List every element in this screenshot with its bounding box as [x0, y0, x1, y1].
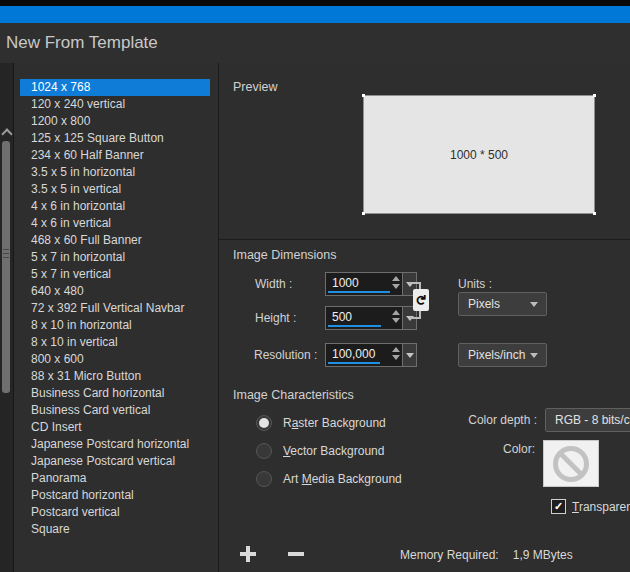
radio-icon: [256, 415, 272, 431]
list-item[interactable]: Business Card horizontal: [20, 385, 210, 402]
list-item[interactable]: 8 x 10 in vertical: [20, 334, 210, 351]
template-list: 1024 x 768120 x 240 vertical1200 x 80012…: [20, 79, 210, 538]
height-input[interactable]: 500: [325, 306, 403, 330]
memory-required: Memory Required:1,9 MBytes: [400, 548, 573, 562]
scrollbar-grip: [3, 253, 9, 254]
remove-template-button[interactable]: [288, 552, 304, 556]
preview-corner-handle: [362, 94, 365, 97]
resolution-label: Resolution :: [254, 348, 317, 362]
list-item[interactable]: 72 x 392 Full Vertical Navbar: [20, 300, 210, 317]
list-item[interactable]: 468 x 60 Full Banner: [20, 232, 210, 249]
dialog-title: New From Template: [6, 23, 158, 63]
preview-size-text: 1000 * 500: [364, 96, 594, 213]
raster-background-label: Raster Background: [283, 416, 386, 430]
chevron-down-icon: [406, 353, 414, 358]
preview-corner-handle: [362, 212, 365, 215]
section-divider: [219, 239, 630, 240]
window-accent-bar: [0, 6, 630, 23]
art-media-background-label: Art Media Background: [283, 472, 402, 486]
units-select[interactable]: Pixels: [458, 292, 547, 316]
list-item[interactable]: Square: [20, 521, 210, 538]
image-dimensions-header: Image Dimensions: [233, 248, 337, 262]
width-input[interactable]: 1000: [325, 272, 403, 296]
list-item[interactable]: 5 x 7 in horizontal: [20, 249, 210, 266]
list-item[interactable]: 120 x 240 vertical: [20, 96, 210, 113]
resolution-spinner: 100,000: [325, 343, 417, 367]
link-bracket: [409, 317, 421, 319]
scrollbar-grip: [3, 249, 9, 250]
memory-required-label: Memory Required:: [400, 548, 499, 562]
scrollbar-thumb[interactable]: [2, 141, 10, 393]
image-characteristics-header: Image Characteristics: [233, 388, 354, 402]
list-item[interactable]: 4 x 6 in vertical: [20, 215, 210, 232]
list-item[interactable]: Japanese Postcard horizontal: [20, 436, 210, 453]
height-increment-icon[interactable]: [392, 310, 400, 315]
list-item[interactable]: Postcard horizontal: [20, 487, 210, 504]
width-underline: [328, 291, 390, 293]
raster-background-radio[interactable]: Raster Background: [256, 415, 386, 431]
list-item[interactable]: 800 x 600: [20, 351, 210, 368]
scrollbar-grip: [3, 257, 9, 258]
width-value: 1000: [332, 276, 359, 290]
list-item[interactable]: 234 x 60 Half Banner: [20, 147, 210, 164]
radio-icon: [256, 443, 272, 459]
list-item[interactable]: 8 x 10 in horizontal: [20, 317, 210, 334]
resolution-dropdown-button[interactable]: [403, 343, 417, 367]
height-value: 500: [332, 310, 352, 324]
background-color-swatch[interactable]: [543, 440, 599, 487]
transparent-label: Transparent: [572, 500, 630, 514]
list-item[interactable]: 88 x 31 Micro Button: [20, 368, 210, 385]
width-decrement-icon[interactable]: [392, 284, 400, 289]
resolution-underline: [328, 362, 380, 364]
list-item[interactable]: 5 x 7 in vertical: [20, 266, 210, 283]
list-item[interactable]: Business Card vertical: [20, 402, 210, 419]
chevron-down-icon: [530, 302, 538, 307]
panel-divider: [218, 63, 219, 572]
color-depth-value: RGB - 8 bits/channel: [555, 413, 630, 427]
resolution-units-select[interactable]: Pixels/inch: [458, 343, 547, 367]
resolution-decrement-icon[interactable]: [392, 355, 400, 360]
vector-background-radio[interactable]: Vector Background: [256, 443, 384, 459]
color-label: Color:: [455, 442, 535, 456]
add-template-button[interactable]: [240, 546, 256, 562]
resolution-input[interactable]: 100,000: [325, 343, 403, 367]
list-item[interactable]: 1024 x 768: [20, 79, 210, 96]
resolution-units-value: Pixels/inch: [468, 348, 525, 362]
width-increment-icon[interactable]: [392, 276, 400, 281]
width-spinner: 1000: [325, 272, 417, 296]
color-depth-select[interactable]: RGB - 8 bits/channel: [545, 408, 630, 432]
preview-canvas: 1000 * 500: [363, 95, 595, 214]
transparent-checkbox[interactable]: ✓: [551, 499, 566, 514]
radio-icon: [256, 471, 272, 487]
resolution-value: 100,000: [332, 347, 375, 361]
resolution-increment-icon[interactable]: [392, 347, 400, 352]
height-underline: [328, 325, 381, 327]
list-item[interactable]: 125 x 125 Square Button: [20, 130, 210, 147]
list-item[interactable]: 3.5 x 5 in vertical: [20, 181, 210, 198]
list-item[interactable]: 4 x 6 in horizontal: [20, 198, 210, 215]
art-media-background-radio[interactable]: Art Media Background: [256, 471, 402, 487]
preview-header: Preview: [233, 80, 277, 94]
list-item[interactable]: Japanese Postcard vertical: [20, 453, 210, 470]
list-item[interactable]: Panorama: [20, 470, 210, 487]
preview-corner-handle: [593, 212, 596, 215]
checkmark-icon: ✓: [554, 501, 563, 512]
scroll-up-icon[interactable]: [1, 128, 12, 139]
preview-corner-handle: [593, 94, 596, 97]
new-from-template-dialog: New From Template 1024 x 768120 x 240 ve…: [0, 0, 630, 572]
width-label: Width :: [255, 277, 292, 291]
units-value: Pixels: [468, 297, 500, 311]
background-window-strip: [0, 63, 14, 572]
list-item[interactable]: 640 x 480: [20, 283, 210, 300]
list-item[interactable]: 1200 x 800: [20, 113, 210, 130]
dialog-title-bar: New From Template: [0, 23, 630, 63]
list-item[interactable]: Postcard vertical: [20, 504, 210, 521]
list-item[interactable]: 3.5 x 5 in horizontal: [20, 164, 210, 181]
chevron-down-icon: [530, 353, 538, 358]
lock-aspect-ratio-icon[interactable]: ↻: [413, 289, 429, 311]
height-decrement-icon[interactable]: [392, 318, 400, 323]
units-label: Units :: [458, 277, 492, 291]
memory-required-value: 1,9 MBytes: [513, 548, 573, 562]
list-item[interactable]: CD Insert: [20, 419, 210, 436]
height-spinner: 500: [325, 306, 417, 330]
